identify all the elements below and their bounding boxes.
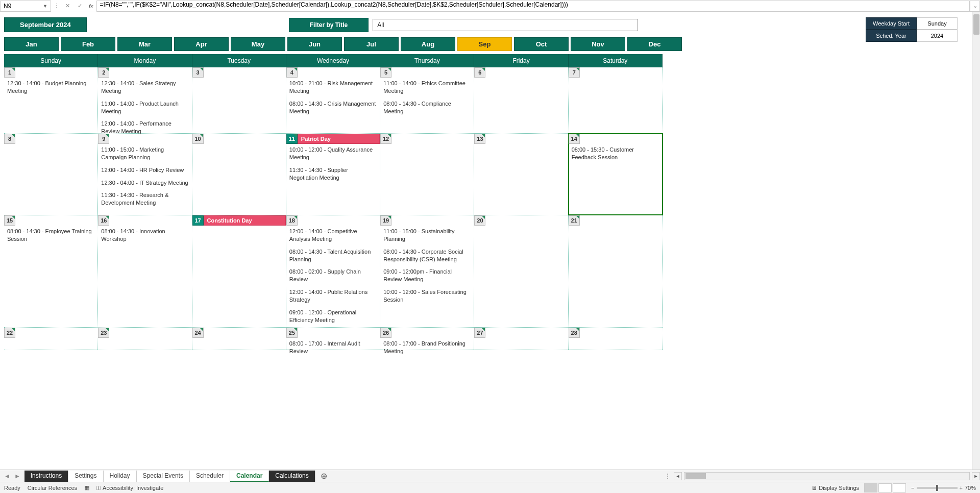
day-number: 10 <box>192 134 204 144</box>
display-settings-text: Display Settings <box>819 485 859 491</box>
month-button-jan[interactable]: Jan <box>4 37 59 51</box>
month-button-mar[interactable]: Mar <box>117 37 172 51</box>
status-macro-icon[interactable]: ▦ <box>84 484 89 491</box>
zoom-in-icon[interactable]: + <box>960 485 963 491</box>
calendar-day-cell[interactable]: 2608:00 - 17:00 - Brand Positioning Meet… <box>380 328 474 350</box>
calendar-day-cell[interactable]: 6 <box>474 67 568 133</box>
zoom-out-icon[interactable]: − <box>911 485 914 491</box>
tab-nav-prev-icon[interactable]: ◄ <box>3 473 11 480</box>
calendar-day-cell[interactable]: 1408:00 - 15:30 - Customer Feedback Sess… <box>569 134 663 215</box>
day-number: 12 <box>380 134 391 144</box>
sheet-tab-scheduler[interactable]: Scheduler <box>190 471 230 482</box>
name-box-dropdown-icon[interactable]: ▼ <box>43 4 47 9</box>
day-events <box>4 338 97 350</box>
calendar-grid: SundayMondayTuesdayWednesdayThursdayFrid… <box>4 54 663 350</box>
day-events <box>192 338 286 350</box>
zoom-slider[interactable] <box>917 487 958 489</box>
vertical-scrollbar[interactable] <box>972 12 980 470</box>
day-events: 10:00 - 21:00 - Risk Management Meeting0… <box>286 78 380 133</box>
calendar-day-cell[interactable]: 17Constitution Day <box>192 215 286 327</box>
month-button-oct[interactable]: Oct <box>514 37 569 51</box>
hscroll-right-icon[interactable]: ► <box>972 472 980 480</box>
filter-title-value[interactable]: All <box>373 19 638 31</box>
month-button-sep[interactable]: Sep <box>457 37 512 51</box>
tab-nav-buttons: ◄ ► <box>0 473 24 480</box>
calendar-day-cell[interactable]: 10 <box>192 134 286 215</box>
hscroll-left-icon[interactable]: ◄ <box>674 472 682 480</box>
calendar-event: 12:00 - 14:00 - Public Relations Strateg… <box>289 288 377 304</box>
view-page-layout-button[interactable] <box>878 483 892 492</box>
confirm-formula-icon[interactable]: ✓ <box>74 3 86 9</box>
month-button-may[interactable]: May <box>231 37 285 51</box>
tab-bar-menu-icon[interactable]: ⋮ <box>662 473 674 480</box>
day-number: 13 <box>474 134 485 144</box>
month-button-nov[interactable]: Nov <box>571 37 625 51</box>
view-normal-button[interactable] <box>864 483 877 492</box>
calendar-day-cell[interactable]: 21 <box>569 215 663 327</box>
calendar-event: 08:00 - 14:30 - Innovation Workshop <box>101 228 188 243</box>
calendar-day-cell[interactable]: 410:00 - 21:00 - Risk Management Meeting… <box>286 67 380 133</box>
calendar-day-cell[interactable]: 24 <box>192 328 286 350</box>
calendar-day-cell[interactable]: 2508:00 - 17:00 - Internal Audit Review <box>286 328 380 350</box>
day-events: 08:00 - 14:30 - Employee Training Sessio… <box>4 226 97 327</box>
day-number: 15 <box>4 215 15 226</box>
day-events: 08:00 - 17:00 - Brand Positioning Meetin… <box>380 338 474 362</box>
calendar-day-cell[interactable]: 1608:00 - 14:30 - Innovation Workshop <box>98 215 192 327</box>
calendar-day-cell[interactable]: 11Patriot Day10:00 - 12:00 - Quality Ass… <box>286 134 380 215</box>
sched-year-value[interactable]: 2024 <box>917 30 958 42</box>
calendar-day-cell[interactable]: 13 <box>474 134 568 215</box>
calendar-day-cell[interactable]: 112:30 - 14:00 - Budget Planning Meeting <box>4 67 98 133</box>
calendar-day-cell[interactable]: 27 <box>474 328 568 350</box>
day-number: 5 <box>380 67 391 78</box>
calendar-day-cell[interactable]: 511:00 - 14:00 - Ethics Committee Meetin… <box>380 67 474 133</box>
cancel-formula-icon[interactable]: ✕ <box>61 3 74 9</box>
status-accessibility[interactable]: ᴬ⃝ Accessibility: Investigate <box>96 485 163 491</box>
tab-nav-next-icon[interactable]: ► <box>13 473 21 480</box>
calendar-day-cell[interactable]: 20 <box>474 215 568 327</box>
calendar-day-cell[interactable]: 212:30 - 14:00 - Sales Strategy Meeting1… <box>98 67 192 133</box>
month-button-apr[interactable]: Apr <box>174 37 229 51</box>
sheet-tab-holiday[interactable]: Holiday <box>104 471 137 482</box>
horizontal-scrollbar-thumb[interactable] <box>685 473 706 479</box>
sheet-tab-settings[interactable]: Settings <box>68 471 103 482</box>
formula-input[interactable]: =IF(N8="","",IF($K$2="All",Lookup_concat… <box>96 1 970 12</box>
calendar-day-cell[interactable]: 22 <box>4 328 98 350</box>
sheet-tab-special-events[interactable]: Special Events <box>137 471 190 482</box>
month-button-dec[interactable]: Dec <box>627 37 682 51</box>
zoom-level[interactable]: 70% <box>965 485 976 491</box>
calendar-day-cell[interactable]: 23 <box>98 328 192 350</box>
view-page-break-button[interactable] <box>893 483 906 492</box>
month-button-aug[interactable]: Aug <box>401 37 455 51</box>
calendar-event: 11:00 - 14:00 - Product Launch Meeting <box>101 100 188 115</box>
sheet-tab-calendar[interactable]: Calendar <box>230 471 269 482</box>
add-sheet-icon[interactable]: ⊕ <box>315 471 332 481</box>
calendar-day-cell[interactable]: 1911:00 - 15:00 - Sustainability Plannin… <box>380 215 474 327</box>
calendar-day-cell[interactable]: 7 <box>569 67 663 133</box>
weekday-start-value[interactable]: Sunday <box>917 17 958 30</box>
month-button-jul[interactable]: Jul <box>344 37 399 51</box>
calendar-day-cell[interactable]: 1812:00 - 14:00 - Competitive Analysis M… <box>286 215 380 327</box>
calendar-day-cell[interactable]: 12 <box>380 134 474 215</box>
day-events <box>474 78 568 133</box>
calendar-day-cell[interactable]: 8 <box>4 134 98 215</box>
vertical-scrollbar-thumb[interactable] <box>973 14 979 35</box>
calendar-event: 12:30 - 04:00 - IT Strategy Meeting <box>101 179 188 187</box>
horizontal-scrollbar[interactable] <box>684 472 970 480</box>
day-events <box>4 144 97 215</box>
formula-bar-expand-icon[interactable]: ⌄ <box>970 1 980 12</box>
name-box[interactable]: N9 ▼ <box>0 1 51 12</box>
worksheet-area[interactable]: Weekday Start Sunday Sched. Year 2024 Se… <box>0 12 972 470</box>
calendar-day-cell[interactable]: 3 <box>192 67 286 133</box>
calendar-day-cell[interactable]: 28 <box>569 328 663 350</box>
calendar-event: 11:00 - 14:00 - Ethics Committee Meeting <box>383 80 471 95</box>
month-buttons-row: JanFebMarAprMayJunJulAugSepOctNovDec <box>4 37 968 51</box>
month-button-jun[interactable]: Jun <box>287 37 342 51</box>
month-button-feb[interactable]: Feb <box>61 37 115 51</box>
calendar-day-cell[interactable]: 911:00 - 15:00 - Marketing Campaign Plan… <box>98 134 192 215</box>
sheet-tab-calculations[interactable]: Calculations <box>269 471 315 482</box>
sheet-tab-instructions[interactable]: Instructions <box>24 471 68 482</box>
side-settings-panel: Weekday Start Sunday Sched. Year 2024 <box>866 17 958 42</box>
display-settings-button[interactable]: 🖥 Display Settings <box>811 485 859 491</box>
calendar-day-cell[interactable]: 1508:00 - 14:30 - Employee Training Sess… <box>4 215 98 327</box>
fx-icon[interactable]: fx <box>86 3 96 9</box>
